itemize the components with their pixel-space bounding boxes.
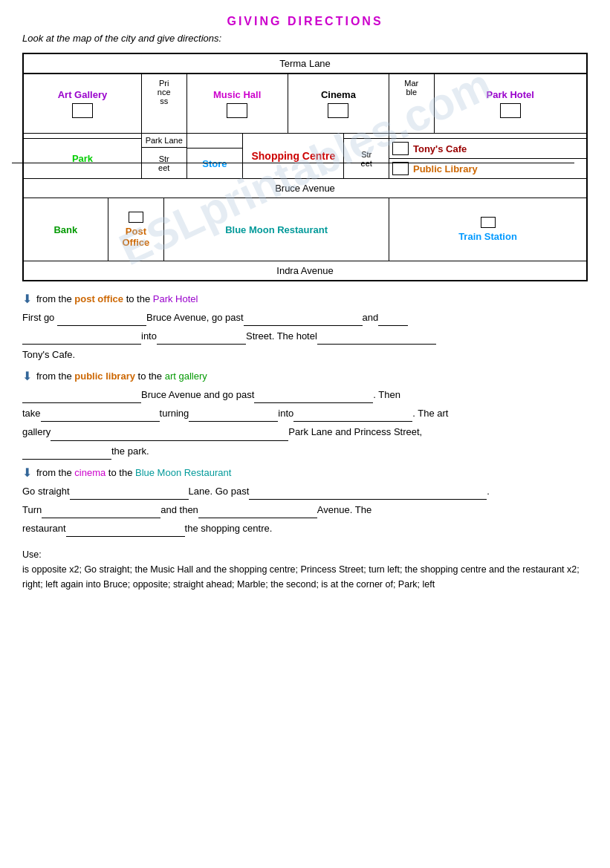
blank2-6[interactable] (51, 431, 169, 441)
use-label: Use: (22, 547, 588, 562)
cinema-cell: Cinema (288, 74, 389, 133)
blank3-4[interactable] (42, 508, 160, 518)
map-container: ESLprintables.com Terma Lane Art Gallery… (22, 53, 588, 281)
blank3-5[interactable] (198, 508, 317, 518)
blank3-1[interactable] (70, 489, 189, 500)
marble-st-park-lane (344, 134, 389, 139)
blank1-6[interactable] (317, 334, 436, 345)
train-station-cell: Train Station (389, 198, 586, 261)
task2-arrow-icon: ⬇ (22, 369, 32, 383)
princess-street-label: Princess (142, 74, 187, 133)
task2-line1: Bruce Avenue and go past. Then (22, 387, 588, 403)
task1-line1: First go Bruce Avenue, go pastand (22, 310, 588, 326)
subtitle: Look at the map of the city and give dir… (22, 33, 588, 44)
bruce-avenue-label: Bruce Avenue (24, 178, 586, 198)
task2-line3: galleryPark Lane and Princess Street, (22, 424, 588, 440)
blank3-6[interactable] (66, 526, 185, 537)
blank1-4[interactable] (22, 334, 141, 345)
task1-line3: Tony's Cafe. (22, 347, 588, 363)
public-library-cell: Public Library (413, 163, 478, 174)
blank1-1[interactable] (57, 316, 146, 326)
blank2-3[interactable] (41, 411, 160, 422)
task2-header: from the public library to the art galle… (36, 371, 207, 382)
task3-line2: Turnand thenAvenue. The (22, 502, 588, 518)
task1-arrow-icon: ⬇ (22, 292, 32, 306)
task2-line2: taketurninginto. The art (22, 405, 588, 422)
terma-lane-label: Terma Lane (24, 54, 586, 74)
blank2-4[interactable] (189, 411, 278, 422)
post-office-cell: Post Office (108, 198, 165, 261)
task1-header: from the post office to the Park Hotel (36, 293, 198, 304)
blank2-2[interactable] (254, 393, 373, 403)
page-title: GIVING DIRECTIONS (22, 15, 588, 28)
task1-line2: intoStreet. The hotel (22, 328, 588, 345)
indra-avenue-label: Indra Avenue (24, 261, 586, 280)
blank2-1[interactable] (22, 393, 141, 403)
music-hall-cell: Music Hall (187, 74, 288, 133)
use-section: Use: is opposite x2; Go straight; the Mu… (22, 547, 588, 592)
blank2-5[interactable] (293, 411, 412, 422)
blank1-5[interactable] (157, 334, 246, 345)
blank2-8[interactable] (22, 449, 111, 460)
task3-line1: Go straightLane. Go past. (22, 483, 588, 500)
blank3-2[interactable] (249, 489, 368, 500)
blank3-3[interactable] (368, 489, 487, 500)
park-lane-center-label: Park Lane (142, 134, 186, 148)
blue-moon-cell: Blue Moon Restaurant (164, 198, 389, 261)
task2-container: ⬇ from the public library to the art gal… (22, 369, 588, 459)
use-text: is opposite x2; Go straight; the Music H… (22, 562, 588, 592)
task3-line3: restaurantthe shopping centre. (22, 521, 588, 537)
bank-cell: Bank (24, 198, 108, 261)
park-lane-right (389, 134, 586, 139)
task3-arrow-icon: ⬇ (22, 466, 32, 480)
task3-header: from the cinema to the Blue Moon Restaur… (36, 467, 231, 478)
art-gallery-cell: Art Gallery (24, 74, 142, 133)
park-lane-in-left (24, 134, 141, 139)
task3-container: ⬇ from the cinema to the Blue Moon Resta… (22, 466, 588, 537)
blank1-3[interactable] (378, 316, 408, 326)
task2-line4: the park. (22, 443, 588, 460)
marble-street-label-top: Marble (389, 74, 435, 133)
blank1-2[interactable] (244, 316, 363, 326)
park-hotel-cell: Park Hotel (435, 74, 586, 133)
blank2-7[interactable] (169, 431, 288, 441)
task1-container: ⬇ from the post office to the Park Hotel… (22, 292, 588, 363)
